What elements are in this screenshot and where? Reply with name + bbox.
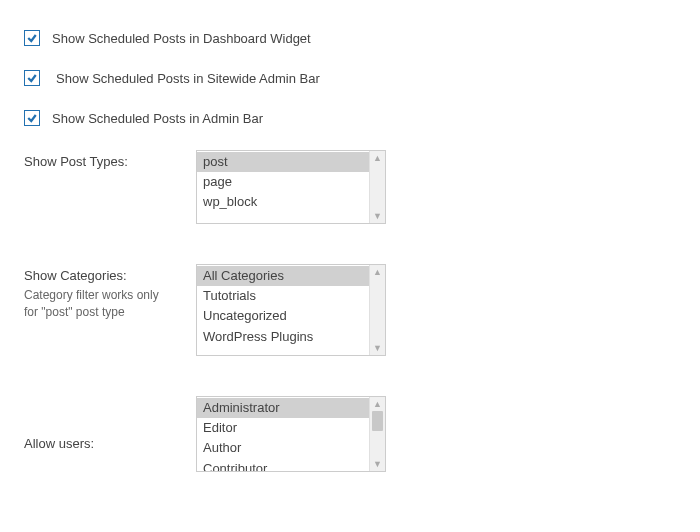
post-types-listbox[interactable]: postpagewp_block ▲ ▼ — [196, 150, 386, 224]
list-item[interactable]: post — [197, 152, 385, 172]
checkbox-admin-bar[interactable] — [24, 110, 40, 126]
list-item[interactable]: All Categories — [197, 266, 385, 286]
categories-note: Category filter works only for "post" po… — [24, 287, 176, 321]
scrollbar[interactable]: ▲ ▼ — [369, 397, 385, 471]
check-icon — [26, 112, 38, 124]
list-item[interactable]: Editor — [197, 418, 385, 438]
allow-users-listbox[interactable]: AdministratorEditorAuthorContributor ▲ ▼ — [196, 396, 386, 472]
checkbox-label-admin-bar: Show Scheduled Posts in Admin Bar — [52, 111, 263, 126]
scrollbar[interactable]: ▲ ▼ — [369, 265, 385, 355]
check-icon — [26, 32, 38, 44]
scroll-up-icon[interactable]: ▲ — [370, 397, 385, 411]
check-icon — [26, 72, 38, 84]
list-item[interactable]: Uncategorized — [197, 306, 385, 326]
list-item[interactable]: Contributor — [197, 459, 385, 471]
list-item[interactable]: page — [197, 172, 385, 192]
scroll-down-icon[interactable]: ▼ — [370, 341, 385, 355]
post-types-label: Show Post Types: — [24, 154, 176, 169]
scroll-down-icon[interactable]: ▼ — [370, 457, 385, 471]
list-item[interactable]: Tutotrials — [197, 286, 385, 306]
checkbox-label-sitewide-admin-bar: Show Scheduled Posts in Sitewide Admin B… — [56, 71, 320, 86]
scroll-up-icon[interactable]: ▲ — [370, 265, 385, 279]
categories-listbox[interactable]: All CategoriesTutotrialsUncategorizedWor… — [196, 264, 386, 356]
checkbox-sitewide-admin-bar[interactable] — [24, 70, 40, 86]
list-item[interactable]: WordPress Plugins — [197, 327, 385, 347]
list-item[interactable]: wp_block — [197, 192, 385, 212]
categories-label: Show Categories: — [24, 268, 176, 283]
scroll-thumb[interactable] — [372, 411, 383, 431]
list-item[interactable]: Author — [197, 438, 385, 458]
allow-users-label: Allow users: — [24, 436, 176, 451]
scroll-up-icon[interactable]: ▲ — [370, 151, 385, 165]
checkbox-dashboard-widget[interactable] — [24, 30, 40, 46]
list-item[interactable]: Administrator — [197, 398, 385, 418]
scrollbar[interactable]: ▲ ▼ — [369, 151, 385, 223]
scroll-down-icon[interactable]: ▼ — [370, 209, 385, 223]
checkbox-label-dashboard-widget: Show Scheduled Posts in Dashboard Widget — [52, 31, 311, 46]
